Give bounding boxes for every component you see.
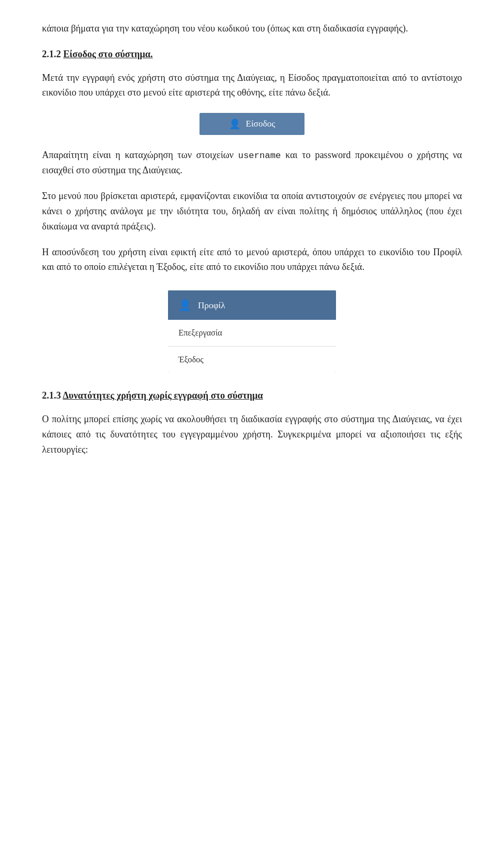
section-2-1-3-title: Δυνατότητες χρήστη χωρίς εγγραφή στο σύσ… xyxy=(63,390,263,401)
section-2-1-2-paragraph2: Απαραίτητη είναι η καταχώρηση των στοιχε… xyxy=(42,148,462,178)
username-text: username xyxy=(238,151,281,161)
section-2-1-2-heading: 2.1.2 Είσοδος στο σύστημα. xyxy=(42,47,462,62)
menu-item-epexergasia[interactable]: Επεξεργασία xyxy=(168,320,336,347)
eisodos-button-container: 👤 Είσοδος xyxy=(42,113,462,135)
intro-paragraph: κάποια βήματα για την καταχώρηση του νέο… xyxy=(42,21,462,36)
profile-menu-container: 👤 Προφίλ Επεξεργασία Έξοδος xyxy=(42,290,462,372)
section-2-1-3-paragraph1: Ο πολίτης μπορεί επίσης χωρίς να ακολουθ… xyxy=(42,412,462,457)
eisodos-button[interactable]: 👤 Είσοδος xyxy=(200,113,304,135)
section-title: Είσοδος στο σύστημα. xyxy=(64,49,153,59)
paragraph2-part1: Απαραίτητη είναι η καταχώρηση των στοιχε… xyxy=(42,150,238,160)
section-2-1-3-heading: 2.1.3 Δυνατότητες χρήστη χωρίς εγγραφή σ… xyxy=(42,388,462,403)
menu-item-exodos[interactable]: Έξοδος xyxy=(168,347,336,373)
profile-header-label: Προφίλ xyxy=(198,298,225,312)
section-2-1-2-paragraph1: Μετά την εγγραφή ενός χρήστη στο σύστημα… xyxy=(42,70,462,101)
user-icon: 👤 xyxy=(229,118,240,130)
section-num: 2.1.2 xyxy=(42,49,61,59)
section-2-1-2-paragraph3: Στο μενού που βρίσκεται αριστερά, εμφανί… xyxy=(42,189,462,234)
section-2-1-2-paragraph4: Η αποσύνδεση του χρήστη είναι εφικτή είτ… xyxy=(42,245,462,275)
eisodos-button-label: Είσοδος xyxy=(246,119,275,129)
profile-menu: 👤 Προφίλ Επεξεργασία Έξοδος xyxy=(168,290,336,372)
section-2-1-3-num: 2.1.3 xyxy=(42,390,61,401)
profile-menu-header: 👤 Προφίλ xyxy=(168,290,336,320)
profile-header-icon: 👤 xyxy=(178,297,192,314)
